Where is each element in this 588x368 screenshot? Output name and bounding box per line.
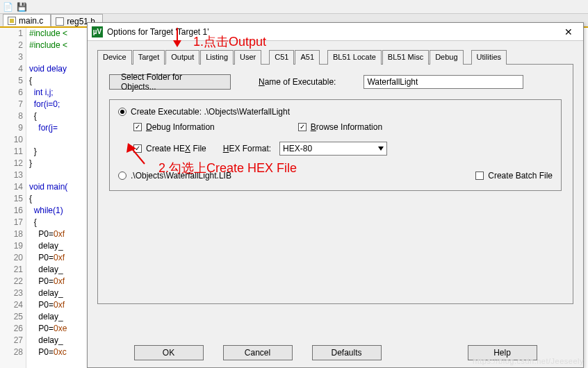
debug-information-label: Debug Information xyxy=(146,122,215,132)
keil-icon: µV xyxy=(92,26,103,37)
file-tab-label: main.c xyxy=(19,16,43,26)
dialog-tab-bl51-locate[interactable]: BL51 Locate xyxy=(327,50,382,65)
hex-format-select[interactable]: HEX-80 xyxy=(279,142,387,156)
create-batch-file-checkbox[interactable] xyxy=(475,172,484,180)
create-hex-file-label: Create HEX File xyxy=(146,144,206,153)
annotation-arrow-2 xyxy=(124,142,147,167)
dialog-tab-c51[interactable]: C51 xyxy=(269,50,294,65)
dialog-tab-target[interactable]: Target xyxy=(133,50,165,65)
dialog-tab-bl51-misc[interactable]: BL51 Misc xyxy=(382,50,429,65)
defaults-button[interactable]: Defaults xyxy=(312,345,382,360)
dialog-tab-output[interactable]: Output xyxy=(165,50,199,65)
dialog-tab-utilities[interactable]: Utilities xyxy=(471,50,507,65)
watermark: https://blog.csdn.net/Jeeseely xyxy=(473,357,584,365)
select-folder-button[interactable]: Select Folder for Objects... xyxy=(109,74,231,90)
create-executable-radio[interactable] xyxy=(118,108,126,116)
create-library-radio[interactable] xyxy=(118,172,126,180)
name-of-executable-label: Name of Executable: xyxy=(259,77,336,87)
dialog-titlebar: µV Options for Target 'Target 1' ✕ xyxy=(88,23,583,41)
annotation-arrow-1 xyxy=(170,26,184,47)
output-tab-pane: Select Folder for Objects... Name of Exe… xyxy=(97,65,573,304)
close-button[interactable]: ✕ xyxy=(558,26,579,37)
chevron-down-icon xyxy=(378,147,384,151)
dialog-title-text: Options for Target 'Target 1' xyxy=(107,27,209,37)
dialog-tab-listing[interactable]: Listing xyxy=(200,50,234,65)
line-number-gutter: 1234567891011121314151617181920212223242… xyxy=(0,28,26,368)
create-library-label: .\Objects\WaterfallLight.LIB xyxy=(131,171,231,181)
ide-toolbar: 📄 💾 xyxy=(0,0,588,14)
dialog-tab-a51[interactable]: A51 xyxy=(295,50,320,65)
executable-name-input[interactable] xyxy=(364,75,523,89)
dialog-tab-device[interactable]: Device xyxy=(97,50,132,65)
c-file-icon xyxy=(8,17,16,25)
cancel-button[interactable]: Cancel xyxy=(223,345,293,360)
browse-information-checkbox[interactable] xyxy=(298,123,307,131)
browse-information-label: Browse Information xyxy=(311,122,382,132)
toolbar-icon[interactable]: 💾 xyxy=(17,2,26,12)
debug-information-checkbox[interactable] xyxy=(133,123,142,131)
hex-format-value: HEX-80 xyxy=(283,144,312,153)
create-batch-file-label: Create Batch File xyxy=(488,171,553,181)
h-file-icon xyxy=(56,17,64,26)
toolbar-icon[interactable]: 📄 xyxy=(3,2,13,12)
dialog-tab-user[interactable]: User xyxy=(234,50,261,65)
create-executable-group: Create Executable: .\Objects\WaterfallLi… xyxy=(109,99,562,191)
hex-format-label: HEX Format: xyxy=(223,144,271,153)
dialog-tabs-row: DeviceTargetOutputListingUserC51A51BL51 … xyxy=(97,49,573,65)
create-executable-label: Create Executable: .\Objects\WaterfallLi… xyxy=(131,107,290,117)
ok-button[interactable]: OK xyxy=(134,345,204,360)
file-tab-main-c[interactable]: main.c xyxy=(3,14,51,26)
dialog-tab-debug[interactable]: Debug xyxy=(430,50,463,65)
svg-marker-1 xyxy=(173,40,181,47)
options-dialog: µV Options for Target 'Target 1' ✕ Devic… xyxy=(87,22,584,368)
